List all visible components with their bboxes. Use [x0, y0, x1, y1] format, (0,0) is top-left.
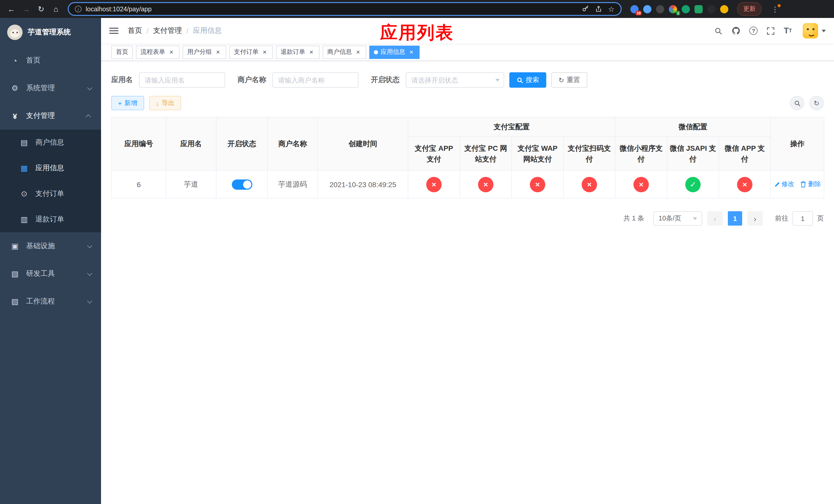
app-shell: 芋道管理系统 ◔ 首页 ⚙ 系统管理 ¥ 支付管理 ▤ 商户信息	[0, 18, 834, 504]
goto-label: 前往	[775, 214, 788, 223]
col-alipay-wap: 支付宝 WAP 网站支付	[512, 137, 564, 170]
add-button[interactable]: + 新增	[111, 96, 144, 110]
tab-payment-orders[interactable]: 支付订单×	[229, 45, 273, 59]
site-info-icon[interactable]: i	[75, 6, 82, 12]
search-icon[interactable]	[714, 26, 723, 35]
app-grid-icon: ▦	[20, 164, 29, 173]
tab-app-info[interactable]: 应用信息×	[369, 45, 420, 59]
breadcrumb-item[interactable]: 首页	[128, 26, 142, 36]
workflow-icon: ▨	[10, 297, 20, 306]
tab-merchant-info[interactable]: 商户信息×	[323, 45, 366, 59]
app-title: 芋道管理系统	[28, 28, 71, 37]
export-button[interactable]: ↓ 导出	[149, 96, 181, 110]
cell-enabled	[216, 170, 267, 198]
app-name-input[interactable]	[139, 72, 225, 88]
close-icon[interactable]: ×	[308, 49, 315, 55]
sidebar-item-system-management[interactable]: ⚙ 系统管理	[0, 74, 101, 102]
search-button[interactable]: 搜索	[509, 72, 546, 88]
address-bar[interactable]: i localhost:1024/pay/app ☆	[68, 2, 622, 16]
sidebar-item-label: 基础设施	[26, 242, 81, 251]
pagination-total: 共 1 条	[623, 214, 644, 223]
extension-icon[interactable]: 10	[630, 5, 639, 13]
delete-button[interactable]: 删除	[800, 180, 821, 188]
merchant-name-input[interactable]	[272, 72, 358, 88]
password-key-icon[interactable]	[582, 5, 590, 13]
toggle-search-button[interactable]	[790, 96, 804, 110]
help-icon[interactable]: ?	[749, 27, 758, 35]
page-number-button[interactable]: 1	[728, 211, 742, 226]
tags-view-bar: 首页 流程表单× 用户分组× 支付订单× 退款订单× 商户信息× 应用信息×	[101, 44, 834, 61]
col-enabled: 开启状态	[216, 117, 267, 170]
sidebar-item-label: 工作流程	[26, 297, 81, 306]
status-label: 开启状态	[371, 75, 399, 85]
gear-icon: ⚙	[10, 84, 20, 93]
close-icon[interactable]: ×	[261, 49, 268, 55]
close-icon[interactable]: ×	[354, 49, 361, 55]
export-button-label: 导出	[161, 99, 174, 108]
sidebar-logo[interactable]: 芋道管理系统	[0, 18, 101, 47]
user-menu[interactable]	[803, 23, 826, 39]
forward-icon[interactable]: →	[21, 5, 31, 13]
refund-doc-icon: ▥	[20, 215, 29, 224]
extension-icon[interactable]	[695, 5, 703, 13]
enabled-toggle[interactable]	[232, 179, 252, 189]
reload-icon[interactable]: ↻	[36, 4, 46, 14]
col-alipay-pc: 支付宝 PC 网站支付	[460, 137, 512, 170]
merchant-name-label: 商户名称	[238, 75, 266, 85]
sidebar-item-app-info[interactable]: ▦ 应用信息	[0, 155, 101, 181]
prev-page-button[interactable]: ‹	[707, 211, 723, 226]
tab-process-form[interactable]: 流程表单×	[136, 45, 179, 59]
close-icon[interactable]: ×	[168, 49, 175, 55]
col-merchant: 商户名称	[267, 117, 318, 170]
github-icon[interactable]	[731, 26, 741, 36]
extension-icon[interactable]	[656, 5, 664, 13]
sidebar-item-home[interactable]: ◔ 首页	[0, 47, 101, 74]
caret-down-icon	[822, 29, 826, 32]
sidebar-toggle-icon[interactable]	[109, 28, 118, 34]
tab-refund-orders[interactable]: 退款订单×	[276, 45, 320, 59]
fullscreen-icon[interactable]	[766, 26, 775, 35]
tab-home[interactable]: 首页	[111, 45, 133, 59]
back-icon[interactable]: ←	[6, 5, 16, 13]
bookmark-star-icon[interactable]: ☆	[608, 5, 614, 13]
extension-badge: 10	[636, 10, 642, 15]
page-size-select[interactable]: 10条/页	[654, 211, 702, 226]
edit-button[interactable]: 修改	[774, 180, 794, 189]
breadcrumb-item[interactable]: 支付管理	[153, 26, 182, 36]
status-select[interactable]	[406, 72, 504, 88]
sidebar-item-infrastructure[interactable]: ▣ 基础设施	[0, 232, 101, 260]
refresh-table-button[interactable]: ↻	[809, 96, 824, 110]
sidebar-item-label: 应用信息	[36, 164, 91, 173]
extension-icon[interactable]: 1	[669, 5, 677, 13]
sidebar-item-refund-orders[interactable]: ▥ 退款订单	[0, 207, 101, 232]
chevron-down-icon	[87, 271, 92, 276]
screen: ← → ↻ ⌂ i localhost:1024/pay/app ☆ 10 1	[0, 0, 834, 504]
sidebar-item-label: 首页	[26, 56, 91, 65]
main-area: 首页 / 支付管理 / 应用信息 ?	[101, 18, 834, 504]
tab-user-group[interactable]: 用户分组×	[182, 45, 226, 59]
close-icon[interactable]: ×	[214, 49, 222, 55]
tab-label: 商户信息	[327, 48, 352, 56]
reset-button[interactable]: ↻ 重置	[551, 72, 587, 88]
sidebar-item-dev-tools[interactable]: ▧ 研发工具	[0, 260, 101, 288]
sidebar-item-payment-management[interactable]: ¥ 支付管理	[0, 102, 101, 130]
goto-page-input[interactable]	[792, 211, 813, 226]
font-size-icon[interactable]: TT	[784, 27, 792, 35]
status-select-input[interactable]	[406, 72, 504, 88]
breadcrumb: 首页 / 支付管理 / 应用信息	[128, 26, 222, 36]
extension-icon[interactable]	[682, 5, 690, 13]
chrome-update-button[interactable]: 更新	[737, 2, 762, 16]
next-page-button[interactable]: ›	[747, 211, 763, 226]
sidebar-item-workflow[interactable]: ▨ 工作流程	[0, 288, 101, 315]
cell-alipay-wap: ×	[512, 170, 564, 198]
sidebar-item-merchant-info[interactable]: ▤ 商户信息	[0, 130, 101, 155]
sidebar-item-payment-orders[interactable]: ⊙ 支付订单	[0, 181, 101, 207]
close-icon[interactable]: ×	[408, 49, 415, 55]
cell-merchant: 芋道源码	[267, 170, 318, 198]
home-icon[interactable]: ⌂	[51, 5, 61, 13]
extension-icon[interactable]	[643, 5, 652, 13]
extension-icon[interactable]	[707, 5, 716, 13]
browser-menu-icon[interactable]: ⋮	[769, 5, 781, 13]
share-icon[interactable]	[595, 5, 602, 13]
extension-icon[interactable]	[720, 5, 728, 13]
